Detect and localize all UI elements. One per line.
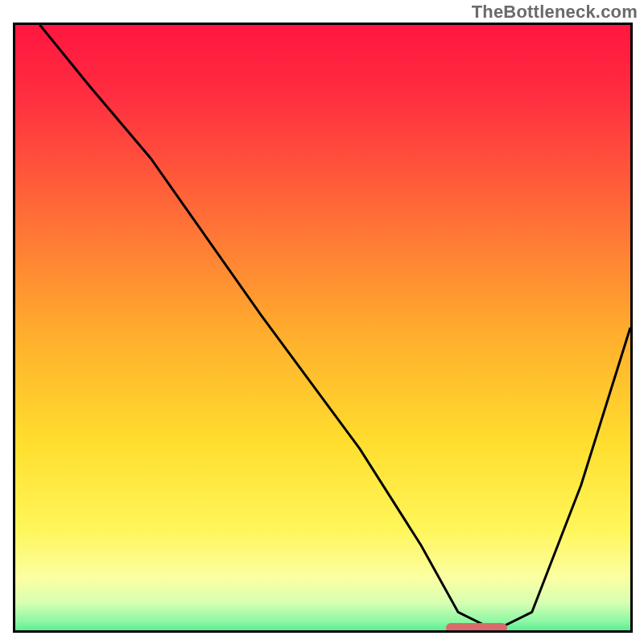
watermark-text: TheBottleneck.com <box>472 2 638 23</box>
chart-frame: TheBottleneck.com <box>0 0 644 644</box>
plot-area <box>13 23 633 633</box>
optimal-marker <box>446 623 507 633</box>
curve-layer <box>15 25 630 630</box>
bottleneck-curve <box>40 25 630 630</box>
